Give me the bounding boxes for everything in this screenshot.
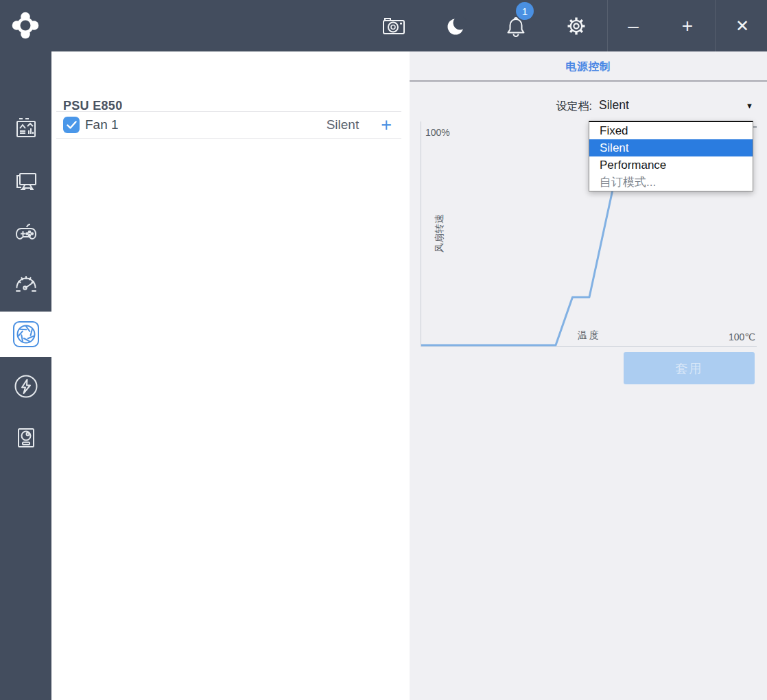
sidebar — [0, 51, 51, 700]
gear-icon — [563, 12, 590, 40]
close-button[interactable]: ✕ — [723, 0, 762, 51]
fan-row[interactable]: Fan 1 Silent + — [56, 111, 401, 139]
app-logo — [10, 10, 40, 40]
game-controller-icon — [12, 219, 40, 246]
settings-button[interactable] — [557, 0, 595, 51]
sidebar-item-performance[interactable] — [0, 261, 51, 306]
title-bar: 1 – + ✕ — [0, 0, 767, 51]
dark-mode-button[interactable] — [437, 0, 475, 51]
fan-checkbox[interactable] — [63, 117, 80, 133]
logo-icon — [10, 10, 40, 40]
tab-power-control-label: 电源控制 — [566, 60, 611, 72]
tab-power-control[interactable]: 电源控制 — [410, 51, 767, 82]
y-axis-title: 风扇转速 — [434, 214, 446, 253]
dropdown-option[interactable]: Performance — [589, 156, 753, 174]
dropdown-option[interactable]: Silent — [589, 139, 753, 156]
notifications-button[interactable]: 1 — [497, 0, 535, 51]
sidebar-item-system[interactable] — [0, 158, 51, 203]
add-curve-icon[interactable]: + — [381, 116, 392, 135]
profile-dropdown: FixedSilentPerformance自订模式... — [589, 121, 753, 191]
x-axis-max-label: 100℃ — [729, 331, 755, 342]
chevron-down-icon: ▼ — [746, 102, 753, 110]
dropdown-option[interactable]: 自订模式... — [589, 174, 753, 191]
notification-badge: 1 — [516, 2, 534, 20]
y-axis-max-label: 100% — [425, 127, 450, 138]
titlebar-divider — [607, 0, 608, 51]
dropdown-option[interactable]: Fixed — [589, 122, 753, 139]
profile-select-value: Silent — [599, 98, 629, 113]
monitoring-icon — [12, 115, 40, 143]
sidebar-item-monitoring[interactable] — [0, 106, 51, 152]
sidebar-item-storage[interactable] — [0, 415, 51, 460]
camera-icon — [380, 12, 408, 40]
power-panel: 电源控制 设定档: Silent ▼ 100% 风扇转速 温度 100℃ Fix… — [410, 51, 767, 700]
moon-icon — [442, 12, 470, 40]
apply-button[interactable]: 套用 — [624, 352, 755, 384]
fan-icon — [12, 320, 40, 348]
checkmark-icon — [67, 121, 77, 129]
profile-select[interactable]: Silent ▼ — [595, 95, 757, 117]
system-icon — [12, 167, 40, 194]
app-window: 1 – + ✕ — [0, 0, 767, 700]
titlebar-divider — [715, 0, 716, 51]
profile-select-label: 设定档: — [526, 100, 592, 114]
device-panel: PSU E850 Fan 1 Silent + — [51, 51, 410, 700]
fan-profile-value: Silent — [327, 117, 359, 132]
screenshot-button[interactable] — [375, 0, 413, 51]
zoom-out-button[interactable]: – — [614, 0, 652, 51]
gauge-icon — [12, 270, 40, 297]
sidebar-item-power[interactable] — [0, 364, 51, 409]
fan-name: Fan 1 — [85, 117, 119, 132]
storage-icon — [12, 424, 40, 452]
lightning-icon — [12, 373, 40, 400]
sidebar-item-fan-control[interactable] — [0, 312, 51, 357]
zoom-in-button[interactable]: + — [668, 0, 707, 51]
sidebar-item-games[interactable] — [0, 210, 51, 255]
x-axis-title: 温度 — [578, 329, 601, 342]
